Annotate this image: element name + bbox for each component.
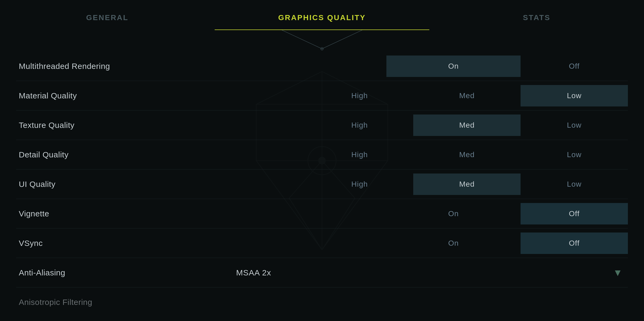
main-container: GENERAL GRAPHICS QUALITY STATS Multithre… xyxy=(0,0,644,321)
multithreaded-rendering-row: Multithreaded Rendering On Off xyxy=(16,51,628,81)
texture-quality-label: Texture Quality xyxy=(16,121,236,130)
texture-quality-row: Texture Quality High Med Low xyxy=(16,110,628,140)
detail-quality-options: High Med Low xyxy=(236,144,628,165)
tab-stats[interactable]: STATS xyxy=(429,8,644,30)
vignette-on-btn[interactable]: On xyxy=(386,203,521,224)
ui-quality-options: High Med Low xyxy=(236,174,628,195)
vignette-off-btn[interactable]: Off xyxy=(521,203,628,224)
vsync-options: On Off xyxy=(236,233,628,254)
vsync-label: VSync xyxy=(16,239,236,248)
detail-low-btn[interactable]: Low xyxy=(521,144,628,165)
material-high-btn[interactable]: High xyxy=(306,85,413,106)
anti-aliasing-dropdown-arrow[interactable]: ▼ xyxy=(613,267,623,278)
texture-high-btn[interactable]: High xyxy=(306,115,413,136)
settings-area: Multithreaded Rendering On Off Material … xyxy=(0,51,644,321)
ui-low-btn[interactable]: Low xyxy=(521,174,628,195)
anti-aliasing-options: MSAA 2x ▼ xyxy=(236,267,628,278)
tab-stats-label: STATS xyxy=(523,13,551,22)
ui-med-btn[interactable]: Med xyxy=(413,174,521,195)
tab-graphics-quality[interactable]: GRAPHICS QUALITY xyxy=(215,8,429,30)
material-low-btn[interactable]: Low xyxy=(521,85,628,106)
material-med-btn[interactable]: Med xyxy=(413,85,521,106)
svg-point-3 xyxy=(321,48,323,49)
multithreaded-rendering-label: Multithreaded Rendering xyxy=(16,62,236,71)
anti-aliasing-value: MSAA 2x xyxy=(236,268,271,277)
vsync-off-btn[interactable]: Off xyxy=(521,233,628,254)
texture-quality-options: High Med Low xyxy=(236,115,628,136)
ui-quality-row: UI Quality High Med Low xyxy=(16,169,628,199)
detail-high-btn[interactable]: High xyxy=(306,144,413,165)
ui-quality-label: UI Quality xyxy=(16,180,236,189)
material-quality-row: Material Quality High Med Low xyxy=(16,81,628,110)
multithreaded-rendering-options: On Off xyxy=(236,56,628,77)
anti-aliasing-label: Anti-Aliasing xyxy=(16,268,236,277)
tabs-header: GENERAL GRAPHICS QUALITY STATS xyxy=(0,0,644,30)
vsync-on-btn[interactable]: On xyxy=(386,233,521,254)
multithreaded-off-btn[interactable]: Off xyxy=(521,56,628,77)
tab-general[interactable]: GENERAL xyxy=(0,8,215,30)
texture-low-btn[interactable]: Low xyxy=(521,115,628,136)
ui-high-btn[interactable]: High xyxy=(306,174,413,195)
anisotropic-filtering-label: Anisotropic Filtering xyxy=(16,298,236,307)
texture-med-btn[interactable]: Med xyxy=(413,115,521,136)
tab-general-label: GENERAL xyxy=(86,13,129,22)
anisotropic-filtering-row: Anisotropic Filtering xyxy=(16,287,628,317)
vignette-label: Vignette xyxy=(16,209,236,218)
anti-aliasing-row: Anti-Aliasing MSAA 2x ▼ xyxy=(16,258,628,287)
material-quality-options: High Med Low xyxy=(236,85,628,106)
multithreaded-on-btn[interactable]: On xyxy=(386,56,521,77)
detail-quality-row: Detail Quality High Med Low xyxy=(16,140,628,169)
vsync-row: VSync On Off xyxy=(16,228,628,258)
detail-quality-label: Detail Quality xyxy=(16,150,236,159)
material-quality-label: Material Quality xyxy=(16,91,236,100)
detail-med-btn[interactable]: Med xyxy=(413,144,521,165)
vignette-options: On Off xyxy=(236,203,628,224)
vignette-row: Vignette On Off xyxy=(16,199,628,228)
tab-graphics-quality-label: GRAPHICS QUALITY xyxy=(278,13,366,22)
tab-connector xyxy=(0,30,644,51)
